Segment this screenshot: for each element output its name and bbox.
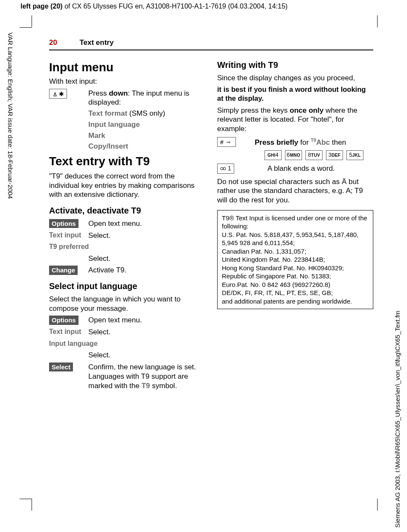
menu-input-language: Input language xyxy=(88,120,205,129)
section-title: Text entry xyxy=(79,38,113,47)
menu-text-format: Text format xyxy=(88,109,127,117)
blank-ends-word: A blank ends a word. xyxy=(255,164,335,173)
heading-input-menu: Input menu xyxy=(49,60,205,75)
key-5-icon: 5JKL xyxy=(346,150,363,160)
t9-description: "T9" deduces the correct word from the i… xyxy=(49,172,205,199)
right-column: Writing with T9 Since the display change… xyxy=(217,58,373,393)
running-head: 20 Text entry xyxy=(49,38,373,50)
input-menu-intro: With text input: xyxy=(49,77,205,86)
patent-notice-box: T9® Text Input is licensed under one or … xyxy=(217,210,373,310)
left-margin-note: VAR Language: English; VAR issue date: 1… xyxy=(7,15,14,199)
key-8-icon: 8TUV xyxy=(305,150,323,160)
key-4-icon: GHI4 xyxy=(265,150,282,160)
left-column: Input menu With text input: ✱ Press down… xyxy=(49,58,205,393)
press-briefly-text: Press briefly for T9Abc then xyxy=(255,137,346,147)
svg-point-4 xyxy=(223,167,226,170)
since-text: Since the display changes as you proceed… xyxy=(217,73,373,83)
source-header: left page (20) of CX 65 Ulysses FUG en, … xyxy=(20,3,288,10)
select-language-desc: Select the language in which you want to… xyxy=(49,295,205,313)
cropmark xyxy=(32,15,32,27)
key-1-icon: 1 xyxy=(217,164,234,174)
label-text-input: Text input xyxy=(49,231,88,240)
page-number: 20 xyxy=(49,38,57,47)
confirm-language-text: Confirm, the new language is set. Langua… xyxy=(88,362,205,390)
menu-copy-insert: Copy/Insert xyxy=(88,142,205,151)
svg-text:#: # xyxy=(220,139,224,145)
heading-writing-t9: Writing with T9 xyxy=(217,60,373,71)
key-sequence-row: GHI4 6MNO 8TUV 3DEF 5JKL xyxy=(255,150,373,160)
heading-select-input-language: Select input language xyxy=(49,281,205,292)
select-button: Select xyxy=(49,362,73,371)
menu-mark: Mark xyxy=(88,131,205,140)
header-rest: of CX 65 Ulysses FUG en, A31008-H7100-A1… xyxy=(63,3,288,10)
cropmark xyxy=(32,499,32,511)
label-input-language: Input language xyxy=(49,339,98,348)
press-down-text: Press down: The input menu is displayed:… xyxy=(88,89,205,152)
options-button: Options xyxy=(49,316,78,324)
label-t9-preferred: T9 preferred xyxy=(49,243,89,251)
svg-text:✱: ✱ xyxy=(59,91,64,97)
svg-point-3 xyxy=(221,167,223,170)
best-bold-text: it is best if you finish a word without … xyxy=(217,85,373,103)
label-text-input: Text input xyxy=(49,327,88,336)
heading-activate-t9: Activate, deactivate T9 xyxy=(49,205,205,216)
svg-text:⊸: ⊸ xyxy=(226,139,230,145)
simply-press-text: Simply press the keys once only where th… xyxy=(217,106,373,134)
cropmark xyxy=(377,499,378,511)
change-button: Change xyxy=(49,266,78,275)
options-button: Options xyxy=(49,219,78,228)
key-6-icon: 6MNO xyxy=(285,150,302,160)
hash-key-icon: #⊸ xyxy=(217,137,236,147)
cropmark xyxy=(20,27,32,28)
right-margin-note: Siemens AG 2003, I:\Mobil\R65\CX65_Ulyss… xyxy=(394,237,401,528)
star-key-icon: ✱ xyxy=(49,89,67,99)
special-chars-text: Do not use special characters such as Ä … xyxy=(217,177,373,205)
heading-text-entry-t9: Text entry with T9 xyxy=(49,154,205,169)
header-bold: left page (20) xyxy=(20,3,63,10)
cropmark xyxy=(377,15,378,27)
page-body: 20 Text entry Input menu With text input… xyxy=(49,38,373,393)
cropmark xyxy=(20,499,32,499)
key-3-icon: 3DEF xyxy=(326,150,343,160)
